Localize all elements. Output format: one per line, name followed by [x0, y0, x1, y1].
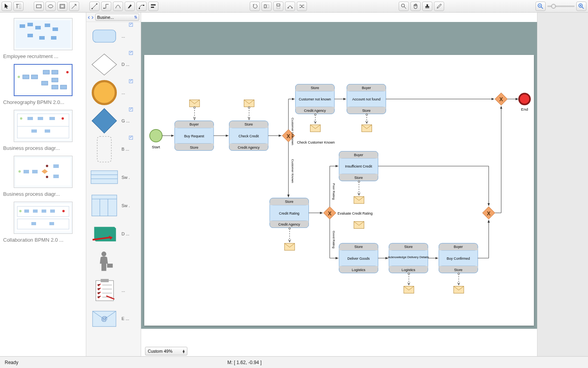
zoom-slider[interactable] [547, 5, 575, 7]
page-thumb[interactable] [14, 18, 73, 50]
svg-point-18 [292, 7, 293, 8]
shape-item[interactable]: ... [86, 276, 141, 304]
svg-point-6 [92, 8, 93, 9]
start-event[interactable] [150, 129, 162, 142]
magnifier-button[interactable] [399, 2, 409, 11]
shape-item[interactable]: G ... [86, 107, 141, 135]
arrow-tool-button[interactable] [69, 2, 79, 11]
svg-point-71 [62, 210, 65, 212]
svg-rect-74 [97, 136, 111, 162]
svg-rect-34 [31, 75, 38, 79]
page-thumb[interactable] [14, 156, 73, 188]
svg-rect-48 [49, 117, 55, 120]
undo-button[interactable] [250, 2, 260, 11]
container-tool-button[interactable] [57, 2, 67, 11]
shape-label: ... [122, 90, 125, 95]
svg-rect-47 [38, 117, 43, 120]
shape-label: Sw . [122, 203, 130, 208]
edge-label: Customer Known [291, 159, 294, 183]
gateway-merge-top[interactable]: X [495, 93, 508, 106]
task-insufficient-credit[interactable]: Buyer Insufficient Credit Store [339, 151, 378, 181]
svg-point-3 [48, 5, 53, 8]
chevron-updown-icon: ⇅ [134, 15, 137, 19]
shapes-panel: ‹ › Busine...⇅ ... D ... ... G ... B ...… [86, 13, 141, 356]
shape-item[interactable]: D ... [86, 50, 141, 78]
status-ready: Ready [5, 360, 18, 365]
canvas-viewport[interactable]: Start Buyer Buy Request Store [141, 22, 537, 329]
zoom-out-button[interactable] [535, 2, 546, 11]
zoom-in-button[interactable] [576, 2, 586, 11]
message-icon [404, 286, 414, 293]
page-thumb[interactable] [14, 64, 73, 96]
shapes-fwd-button[interactable]: › [91, 14, 93, 21]
line-tool-button[interactable] [89, 2, 100, 11]
svg-rect-78 [92, 195, 117, 216]
task-account-not-found[interactable]: Buyer Account not found Store [347, 84, 386, 114]
shape-label: B ... [122, 147, 129, 151]
shapes-back-button[interactable]: ‹ [88, 14, 90, 21]
ellipse-tool-button[interactable] [45, 2, 56, 11]
align-tool-button[interactable] [148, 2, 158, 11]
shape-item[interactable]: Sw . [86, 163, 141, 191]
svg-rect-43 [16, 112, 71, 140]
svg-text:Buyer: Buyer [354, 153, 363, 157]
gateway-merge-bottom[interactable]: X [483, 207, 495, 219]
zoom-level-label: Custom 49% [148, 349, 172, 353]
eyedropper-button[interactable] [434, 2, 444, 11]
drawing-canvas[interactable]: Start Buyer Buy Request Store [144, 55, 534, 326]
svg-rect-33 [23, 75, 29, 79]
shape-item[interactable]: B ... [86, 135, 141, 163]
shape-item[interactable]: Sw . [86, 191, 141, 220]
stamp-button[interactable] [422, 2, 432, 11]
shape-item[interactable] [86, 248, 141, 276]
message-icon [189, 100, 200, 107]
task-check-credit[interactable]: Store Check Credit Credit Agency [229, 121, 268, 151]
shape-item[interactable]: ... [86, 22, 141, 50]
edge-label: Poor Rating [332, 183, 336, 200]
task-deliver-goods[interactable]: Store Deliver Goods Logistics [339, 243, 378, 273]
task-credit-rating[interactable]: Store Credit Rating Credit Agency [270, 198, 309, 228]
connector-tool-button[interactable] [101, 2, 111, 11]
pen-tool-button[interactable] [125, 2, 135, 11]
zoom-level-select[interactable]: Custom 49% ▴▾ [145, 347, 187, 355]
hand-button[interactable] [410, 2, 421, 11]
svg-rect-61 [16, 204, 71, 231]
page-thumb[interactable] [14, 110, 73, 142]
page-thumb[interactable] [14, 202, 73, 234]
shape-item[interactable]: D ... [86, 220, 141, 248]
node-edit-tool-button[interactable] [136, 2, 147, 11]
svg-rect-68 [31, 222, 36, 225]
rect-tool-button[interactable] [34, 2, 44, 11]
shape-item[interactable]: @E ... [86, 304, 141, 333]
svg-rect-57 [53, 175, 59, 178]
svg-text:Buy Confirmed: Buy Confirmed [447, 257, 470, 261]
main-toolbar [0, 0, 588, 13]
checkmark-icon [129, 23, 133, 27]
svg-text:Store: Store [190, 146, 198, 149]
shape-label: D ... [122, 231, 129, 236]
svg-rect-14 [267, 5, 269, 8]
svg-point-52 [62, 117, 64, 120]
flip-v-button[interactable] [273, 2, 283, 11]
task-buy-request[interactable]: Buyer Buy Request Store [175, 121, 214, 151]
svg-rect-56 [53, 164, 59, 168]
svg-text:Credit Agency: Credit Agency [278, 222, 300, 226]
gateway-evaluate-credit[interactable]: X [323, 207, 336, 219]
shuffle-button[interactable] [297, 2, 307, 11]
task-customer-not-known[interactable]: Store Customer not known Credit Agency [296, 84, 334, 114]
text-tool-button[interactable] [13, 2, 24, 11]
path-button[interactable] [285, 2, 295, 11]
end-event[interactable] [519, 93, 530, 104]
svg-rect-69 [49, 222, 54, 225]
svg-text:Customer not known: Customer not known [299, 97, 331, 101]
shape-item[interactable]: ... [86, 78, 141, 107]
curve-tool-button[interactable] [113, 2, 123, 11]
shapes-category-select[interactable]: Busine...⇅ [95, 14, 139, 21]
pointer-tool-button[interactable] [2, 2, 12, 11]
checkmark-icon [129, 79, 133, 83]
svg-rect-72 [93, 30, 116, 42]
task-buy-confirmed[interactable]: Buyer Buy Confirmed Store [439, 243, 477, 273]
flip-h-button[interactable] [261, 2, 272, 11]
task-ack-delivery[interactable]: Store Acknowledge Delivery Details Logis… [388, 243, 429, 273]
svg-rect-28 [53, 27, 58, 31]
